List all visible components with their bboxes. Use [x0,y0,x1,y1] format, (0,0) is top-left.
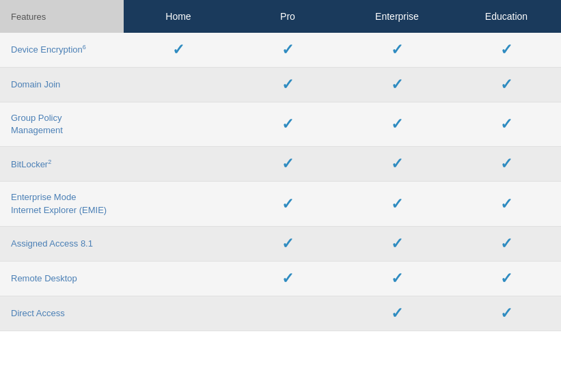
enterprise-checkmark: ✓ [391,76,403,93]
pro-check-cell: ✓ [233,182,342,226]
home-check-cell [124,296,233,331]
pro-checkmark: ✓ [282,270,294,287]
home-checkmark: ✓ [172,41,184,58]
features-column-header: Features [0,0,124,33]
education-check-cell: ✓ [452,261,561,296]
enterprise-check-cell: ✓ [342,226,452,261]
comparison-table-container: Features Home Pro Enterprise Education D… [0,0,561,331]
feature-name-cell: Device Encryption6 [0,33,124,68]
feature-name-cell: BitLocker2 [0,147,124,182]
pro-check-cell: ✓ [233,147,342,182]
pro-check-cell: ✓ [233,226,342,261]
feature-name-cell: Direct Access [0,296,124,331]
education-column-header: Education [452,0,561,33]
enterprise-check-cell: ✓ [342,261,452,296]
feature-name-cell: Assigned Access 8.1 [0,226,124,261]
enterprise-check-cell: ✓ [342,147,452,182]
pro-checkmark: ✓ [282,41,294,58]
education-checkmark: ✓ [500,115,512,132]
table-row: Enterprise ModeInternet Explorer (EMIE)✓… [0,182,561,226]
enterprise-check-cell: ✓ [342,102,452,147]
table-row: Direct Access✓✓ [0,296,561,331]
education-checkmark: ✓ [500,155,512,172]
features-table-body: Device Encryption6✓✓✓✓Domain Join✓✓✓Grou… [0,33,561,331]
enterprise-checkmark: ✓ [391,195,403,212]
pro-check-cell [233,296,342,331]
pro-checkmark: ✓ [282,235,294,252]
education-checkmark: ✓ [500,305,512,322]
education-check-cell: ✓ [452,33,561,68]
enterprise-checkmark: ✓ [391,305,403,322]
enterprise-checkmark: ✓ [391,41,403,58]
enterprise-checkmark: ✓ [391,115,403,132]
table-row: Domain Join✓✓✓ [0,68,561,102]
enterprise-check-cell: ✓ [342,182,452,226]
home-column-header: Home [124,0,233,33]
home-check-cell [124,68,233,102]
pro-checkmark: ✓ [282,115,294,132]
education-check-cell: ✓ [452,296,561,331]
enterprise-check-cell: ✓ [342,33,452,68]
enterprise-checkmark: ✓ [391,270,403,287]
enterprise-check-cell: ✓ [342,68,452,102]
education-checkmark: ✓ [500,270,512,287]
education-checkmark: ✓ [500,41,512,58]
feature-name-cell: Group PolicyManagement [0,102,124,147]
home-check-cell [124,182,233,226]
home-check-cell [124,226,233,261]
pro-check-cell: ✓ [233,261,342,296]
education-checkmark: ✓ [500,76,512,93]
pro-checkmark: ✓ [282,155,294,172]
home-check-cell: ✓ [124,33,233,68]
education-check-cell: ✓ [452,147,561,182]
table-row: Assigned Access 8.1✓✓✓ [0,226,561,261]
education-checkmark: ✓ [500,195,512,212]
enterprise-checkmark: ✓ [391,155,403,172]
education-check-cell: ✓ [452,68,561,102]
pro-check-cell: ✓ [233,33,342,68]
feature-name-cell: Remote Desktop [0,261,124,296]
education-check-cell: ✓ [452,226,561,261]
pro-checkmark: ✓ [282,195,294,212]
enterprise-column-header: Enterprise [342,0,452,33]
education-check-cell: ✓ [452,102,561,147]
table-row: Remote Desktop✓✓✓ [0,261,561,296]
table-row: BitLocker2✓✓✓ [0,147,561,182]
education-check-cell: ✓ [452,182,561,226]
header-row: Features Home Pro Enterprise Education [0,0,561,33]
table-row: Group PolicyManagement✓✓✓ [0,102,561,147]
pro-check-cell: ✓ [233,102,342,147]
enterprise-check-cell: ✓ [342,296,452,331]
pro-checkmark: ✓ [282,76,294,93]
education-checkmark: ✓ [500,235,512,252]
feature-name-cell: Domain Join [0,68,124,102]
features-table: Features Home Pro Enterprise Education D… [0,0,561,331]
home-check-cell [124,261,233,296]
table-row: Device Encryption6✓✓✓✓ [0,33,561,68]
home-check-cell [124,147,233,182]
pro-check-cell: ✓ [233,68,342,102]
feature-name-cell: Enterprise ModeInternet Explorer (EMIE) [0,182,124,226]
home-check-cell [124,102,233,147]
enterprise-checkmark: ✓ [391,235,403,252]
pro-column-header: Pro [233,0,342,33]
